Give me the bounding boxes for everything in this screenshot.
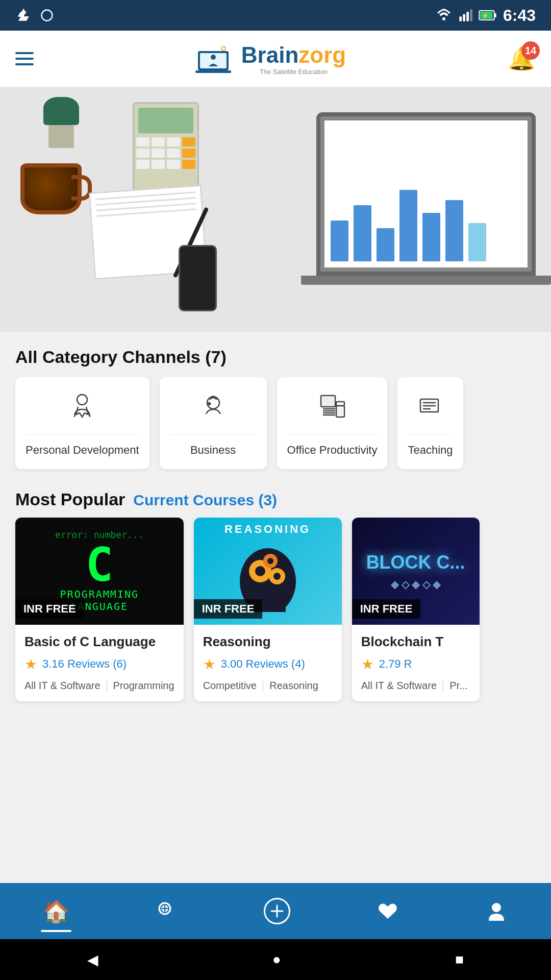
course-title-reasoning: Reasoning [203,634,333,650]
main-content: All Category Channels (7) Personal Devel… [0,332,551,819]
star-icon-reasoning: ★ [203,656,216,673]
category-card-business[interactable]: Business [160,377,267,469]
course-info-reasoning: Reasoning ★ 3.00 Reviews (4) Competitive… [194,625,342,701]
personal-dev-icon [67,391,97,426]
hamburger-menu[interactable] [15,52,34,65]
teaching-icon [415,391,446,426]
svg-rect-2 [459,16,462,21]
tag2-blockchain: Pr... [449,680,468,692]
course-info-blockchain: Blockchain T ★ 2.79 R All IT & Software … [352,625,480,701]
svg-rect-3 [463,14,465,21]
nav-item-favorites[interactable] [366,895,410,927]
coffee-cup-decoration [20,163,87,225]
reviews-c: 3.16 Reviews (6) [42,657,127,671]
signal-icon [458,8,472,22]
battery-icon: ⚡ [479,8,497,22]
svg-rect-24 [340,408,343,415]
course-rating-c: ★ 3.16 Reviews (6) [24,656,174,673]
logo-icon [195,41,236,77]
course-rating-reasoning: ★ 3.00 Reviews (4) [203,656,333,673]
header: Brainzorg The Satellite Education 🔔 14 [0,31,551,87]
plant-decoration [41,97,82,148]
nav-item-add[interactable] [254,894,300,928]
category-label-teaching: Teaching [408,443,453,458]
svg-point-41 [267,558,273,564]
category-scroll: Personal Development Business [0,377,551,479]
android-back-btn[interactable]: ◀ [87,951,98,968]
svg-line-49 [170,914,176,920]
category-card-teaching[interactable]: Teaching [397,377,463,469]
svg-point-19 [208,403,210,405]
category-card-personal-development[interactable]: Personal Development [15,377,149,469]
drive-icon [15,7,32,23]
star-icon-c: ★ [24,656,37,673]
course-price-blockchain: INR FREE [352,599,421,619]
svg-point-15 [222,47,225,50]
hero-banner [0,87,551,332]
categories-section-title: All Category Channels (7) [0,332,551,377]
course-tags-c: All IT & Software Programming [24,680,174,692]
course-thumbnail-blockchain: BLOCK C... ◆ ◇ ◆ ◇ ◆ INR FREE [352,518,480,625]
notification-badge: 14 [521,41,540,60]
nav-item-home[interactable]: 🏠 [33,895,80,928]
nav-item-profile[interactable] [474,895,518,927]
svg-point-16 [77,395,87,405]
svg-rect-25 [336,402,344,406]
category-label-business: Business [190,443,236,458]
bottom-nav: 🏠 [0,883,551,939]
course-card-reasoning[interactable]: REASONING INR FREE Reasoning [194,518,342,701]
nav-active-indicator [41,930,71,932]
favorites-nav-icon [376,899,399,923]
logo-text: Brainzorg [241,42,346,68]
course-rating-blockchain: ★ 2.79 R [361,656,470,673]
course-title-c: Basic of C Language [24,634,174,650]
svg-rect-21 [322,397,334,406]
course-tags-blockchain: All IT & Software Pr... [361,680,470,692]
reviews-reasoning: 3.00 Reviews (4) [221,657,305,671]
svg-point-0 [42,10,53,21]
svg-point-12 [211,55,216,60]
svg-rect-23 [337,408,340,415]
category-label-personal-development: Personal Development [26,443,139,458]
reasoning-label: REASONING [224,523,311,536]
wifi-icon [436,8,452,22]
android-nav: ◀ ● ■ [0,939,551,980]
tag2-reasoning: Reasoning [269,680,318,692]
course-price-reasoning: INR FREE [194,599,263,619]
tag2-c: Programming [113,680,174,692]
logo: Brainzorg The Satellite Education [195,41,346,77]
search-nav-wrapper [155,898,178,924]
hero-background [0,87,551,332]
status-icons-right: ⚡ 6:43 [436,6,536,25]
nav-item-search[interactable] [144,894,188,928]
notification-button[interactable]: 🔔 14 [508,45,536,72]
business-icon [198,391,229,426]
course-card-blockchain[interactable]: BLOCK C... ◆ ◇ ◆ ◇ ◆ INR FREE Blockchain… [352,518,480,701]
svg-rect-13 [195,70,231,73]
circle-icon [40,8,54,22]
course-thumbnail-c: error: number... C PROGRAMMING LANGUAGE … [15,518,184,625]
home-nav-icon: 🏠 [43,899,69,924]
search-nav-icon [155,898,178,922]
course-thumbnail-reasoning: REASONING INR FREE [194,518,342,625]
category-label-office-productivity: Office Productivity [287,443,378,458]
reviews-blockchain: 2.79 R [379,657,412,671]
android-recent-btn[interactable]: ■ [455,951,464,968]
svg-rect-4 [466,12,469,21]
profile-nav-icon [485,899,508,923]
current-courses-link[interactable]: Current Courses (3) [133,492,277,509]
course-card-c-language[interactable]: error: number... C PROGRAMMING LANGUAGE … [15,518,184,701]
svg-point-52 [492,903,501,912]
laptop-decoration [316,112,536,276]
office-productivity-icon [317,391,347,426]
logo-wrapper: Brainzorg The Satellite Education [195,41,346,77]
tag1-reasoning: Competitive [203,680,257,692]
most-popular-header: Most Popular Current Courses (3) [0,479,551,518]
android-home-btn[interactable]: ● [272,951,281,968]
category-card-office-productivity[interactable]: Office Productivity [277,377,388,469]
svg-rect-5 [470,9,472,21]
status-icons-left [15,7,54,23]
laptop-base [301,276,551,285]
course-price-c: INR FREE [15,599,84,619]
svg-text:⚡: ⚡ [482,12,489,19]
